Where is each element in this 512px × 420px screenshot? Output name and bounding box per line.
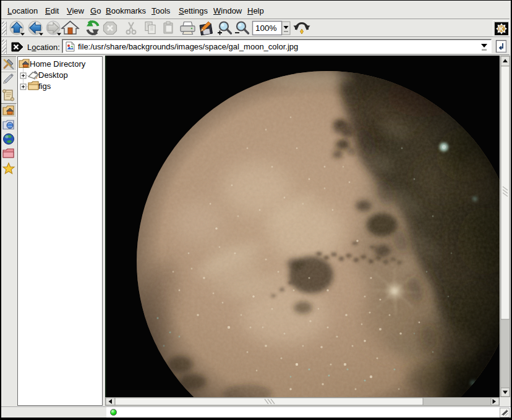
svg-text:100%: 100% xyxy=(255,23,277,33)
svg-text:K: K xyxy=(499,25,504,33)
